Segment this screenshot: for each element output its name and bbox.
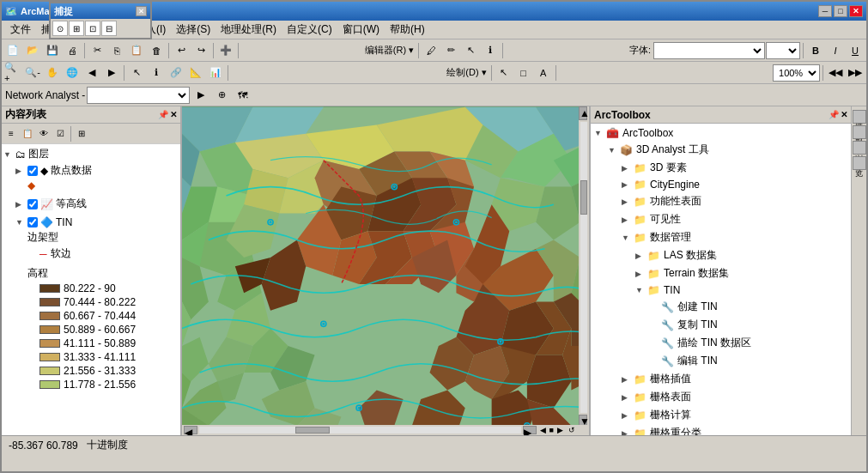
- maximize-button[interactable]: □: [834, 5, 847, 17]
- close-button[interactable]: ✕: [849, 5, 863, 17]
- toc-root-layers[interactable]: ▼ 🗂 图层: [3, 146, 179, 162]
- snap-point-icon[interactable]: ⊙: [52, 21, 68, 36]
- toolbox-close-icon[interactable]: ✕: [841, 110, 847, 119]
- zoom-in-button[interactable]: 🔍+: [3, 64, 22, 82]
- next-extent-button[interactable]: ▶: [102, 64, 121, 82]
- tool-las-dataset[interactable]: ▶ 📁 LAS 数据集: [634, 246, 849, 264]
- select-feature[interactable]: ↖: [461, 41, 480, 60]
- na-tool2[interactable]: ⊕: [212, 86, 231, 105]
- menu-window[interactable]: 窗口(W): [337, 21, 385, 39]
- map-vertical-scrollbar[interactable]: ▲ ▼: [579, 106, 589, 425]
- measure-button[interactable]: 📐: [186, 64, 205, 82]
- checkbox-contour[interactable]: [27, 199, 38, 209]
- delete-button[interactable]: 🗑: [147, 41, 166, 60]
- undo-button[interactable]: ↩: [172, 41, 191, 60]
- network-analyst-combo[interactable]: [87, 87, 190, 104]
- snap-end-icon[interactable]: ⊡: [85, 21, 100, 36]
- toolbox-root[interactable]: ▼ 🧰 ArcToolbox: [592, 125, 849, 141]
- nav-prev-btn[interactable]: ◀: [538, 426, 548, 434]
- draw-text[interactable]: A: [534, 64, 553, 82]
- open-button[interactable]: 📂: [23, 41, 42, 60]
- toc-item-contour[interactable]: ▶ 📈 等高线: [15, 196, 179, 212]
- tool-func-surface[interactable]: ▶ 📁 功能性表面: [620, 192, 849, 210]
- sidebar-btn-1[interactable]: 模: [853, 110, 866, 124]
- save-button[interactable]: 💾: [43, 41, 62, 60]
- redo-button[interactable]: ↪: [191, 41, 210, 60]
- nav-next-btn[interactable]: ▶: [555, 426, 565, 434]
- hyperlink-button[interactable]: 🔗: [167, 64, 185, 82]
- tool-visibility[interactable]: ▶ 📁 可见性: [620, 210, 849, 228]
- tool-terrain-dataset[interactable]: ▶ 📁 Terrain 数据集: [634, 264, 849, 282]
- tool-cityengine[interactable]: ▶ 📁 CityEngine: [620, 177, 849, 192]
- font-combo[interactable]: 宋体: [653, 42, 765, 59]
- tool-copy-tin[interactable]: 🔧 复制 TIN: [647, 316, 849, 334]
- checkbox-tin[interactable]: [27, 217, 38, 227]
- menu-customize[interactable]: 自定义(C): [282, 21, 337, 39]
- draw-select[interactable]: ↖: [495, 64, 513, 82]
- menu-file[interactable]: 文件: [5, 21, 36, 39]
- map-horizontal-scrollbar[interactable]: ◀ ▶ ◀ ■ ▶ ↺: [182, 425, 579, 435]
- toc-close-icon[interactable]: ✕: [170, 110, 177, 119]
- tool-tin-toolset[interactable]: ▼ 📁 TIN: [634, 282, 849, 298]
- info-button[interactable]: ℹ: [481, 41, 500, 60]
- size-combo[interactable]: 10: [766, 42, 800, 59]
- scroll-up-btn[interactable]: ▲: [579, 106, 587, 120]
- tool-data-mgmt[interactable]: ▼ 📁 数据管理: [620, 228, 849, 246]
- paste-button[interactable]: 📋: [127, 41, 146, 60]
- add-data-button[interactable]: ➕: [216, 41, 235, 60]
- prev-extent-button[interactable]: ◀: [82, 64, 101, 82]
- toc-list-btn[interactable]: ≡: [3, 126, 19, 142]
- na-tool1[interactable]: ▶: [191, 86, 210, 105]
- checkbox-scatter[interactable]: [27, 166, 38, 176]
- cut-button[interactable]: ✂: [88, 41, 106, 60]
- scroll-right-btn[interactable]: ▶: [523, 426, 537, 434]
- toc-item-scatter[interactable]: ▶ ◆ 散点数据: [15, 162, 179, 179]
- full-extent-button[interactable]: 🌐: [63, 64, 82, 82]
- layout-prev[interactable]: ◀◀: [826, 64, 845, 82]
- menu-help[interactable]: 帮助(H): [385, 21, 430, 39]
- tool-raster-reclass[interactable]: ▶ 📁 栅格重分类: [620, 424, 849, 435]
- snap-close-button[interactable]: ✕: [136, 6, 147, 16]
- tool-raster-interp[interactable]: ▶ 📁 栅格插值: [620, 370, 849, 388]
- sketch-tool[interactable]: ✏: [441, 41, 460, 60]
- map-area[interactable]: ◀ ▶ ◀ ■ ▶ ↺ ▲ ▼: [182, 106, 589, 435]
- edit-tool[interactable]: 🖊: [422, 41, 440, 60]
- toolbox-pin-icon[interactable]: 📌: [829, 110, 839, 119]
- italic-button[interactable]: I: [826, 41, 845, 60]
- toc-visibility-btn[interactable]: 👁: [36, 126, 52, 142]
- tool-raster-calc[interactable]: ▶ 📁 栅格计算: [620, 406, 849, 424]
- scroll-h-thumb[interactable]: [295, 427, 330, 434]
- toc-pin-icon[interactable]: 📌: [158, 110, 168, 119]
- layout-next[interactable]: ▶▶: [846, 64, 865, 82]
- identify-button[interactable]: ℹ: [147, 64, 166, 82]
- underline-button[interactable]: U: [846, 41, 865, 60]
- snap-edge-icon[interactable]: ⊞: [69, 21, 84, 36]
- pan-button[interactable]: ✋: [43, 64, 62, 82]
- draw-rect[interactable]: □: [514, 64, 533, 82]
- bold-button[interactable]: B: [806, 41, 825, 60]
- zoom-combo[interactable]: 100%: [773, 64, 820, 82]
- sidebar-btn-3[interactable]: 浏: [853, 141, 866, 155]
- new-button[interactable]: 📄: [3, 41, 22, 60]
- tool-create-tin[interactable]: 🔧 创建 TIN: [647, 298, 849, 316]
- tool-raster-surface[interactable]: ▶ 📁 栅格表面: [620, 388, 849, 406]
- menu-geoprocess[interactable]: 地理处理(R): [215, 21, 282, 39]
- tool-edit-tin[interactable]: 🔧 编辑 TIN: [647, 352, 849, 370]
- sidebar-btn-4[interactable]: 览: [853, 156, 866, 170]
- mxd-button[interactable]: 📊: [206, 64, 225, 82]
- scroll-left-btn[interactable]: ◀: [184, 426, 197, 434]
- tool-3d-elements[interactable]: ▶ 📁 3D 要素: [620, 159, 849, 177]
- minimize-button[interactable]: ─: [818, 5, 832, 17]
- tool-delineate-tin[interactable]: 🔧 描绘 TIN 数据区: [647, 334, 849, 352]
- select-btn[interactable]: ↖: [127, 64, 146, 82]
- print-button[interactable]: 🖨: [63, 41, 82, 60]
- toc-expand-all[interactable]: ⊞: [74, 126, 89, 142]
- zoom-out-button[interactable]: 🔍-: [23, 64, 42, 82]
- toc-item-tin[interactable]: ▼ 🔷 TIN: [15, 215, 179, 229]
- menu-select[interactable]: 选择(S): [171, 21, 215, 39]
- tool-3d-analyst[interactable]: ▼ 📦 3D Analyst 工具: [606, 141, 849, 159]
- snap-mid-icon[interactable]: ⊟: [101, 21, 117, 36]
- copy-button[interactable]: ⎘: [107, 41, 126, 60]
- nav-stop-btn[interactable]: ■: [548, 426, 555, 434]
- toc-source-btn[interactable]: 📋: [20, 126, 35, 142]
